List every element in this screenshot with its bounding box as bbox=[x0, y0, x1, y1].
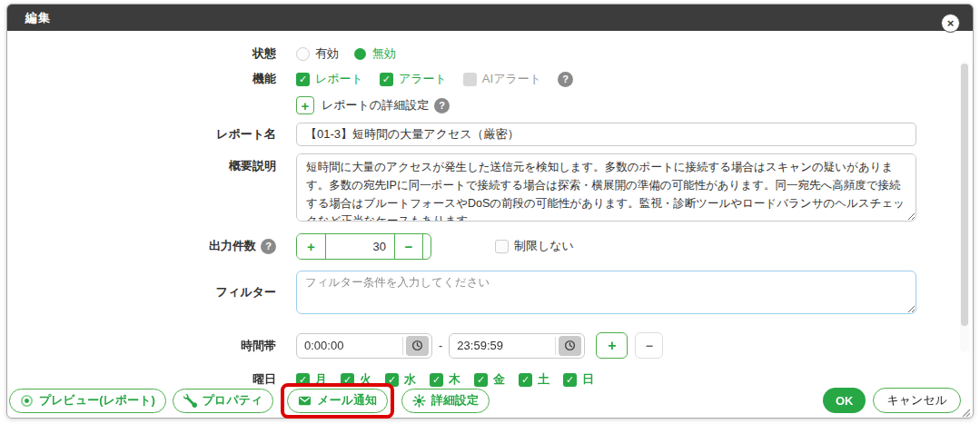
report-advanced-expand-button[interactable]: + bbox=[296, 96, 314, 114]
feature-report-checkbox[interactable]: レポート bbox=[296, 71, 363, 87]
time-end-field[interactable]: 23:59:59 bbox=[449, 333, 585, 359]
features-row: 機能 レポート アラート AIアラート ? bbox=[7, 70, 973, 88]
status-option-disabled-label: 無効 bbox=[372, 45, 396, 62]
checkbox-checked-icon[interactable] bbox=[380, 73, 393, 86]
dialog-footer: プレビュー(レポート) プロパティ メール通知 bbox=[7, 385, 973, 416]
time-start-value[interactable]: 0:00:00 bbox=[297, 339, 402, 352]
report-advanced-label: レポートの詳細設定 bbox=[322, 97, 429, 113]
features-label: 機能 bbox=[7, 71, 296, 87]
output-count-stepper: + − bbox=[296, 233, 431, 260]
edit-dialog: 編集 × 状態 有効 無効 機能 レポート bbox=[6, 4, 974, 419]
wrench-icon bbox=[183, 394, 197, 408]
no-limit-label: 制限しない bbox=[514, 238, 574, 254]
time-start-clock-button[interactable] bbox=[406, 336, 429, 356]
no-limit-checkbox[interactable]: 制限しない bbox=[495, 238, 574, 254]
dialog-header[interactable]: 編集 bbox=[7, 5, 973, 31]
gear-icon bbox=[412, 394, 426, 408]
summary-label: 概要説明 bbox=[7, 153, 296, 174]
time-end-clock-button[interactable] bbox=[559, 336, 581, 356]
feature-ai-alert-label: AIアラート bbox=[482, 71, 541, 87]
checkbox-checked-icon[interactable] bbox=[296, 73, 310, 86]
time-range-label: 時間帯 bbox=[7, 338, 296, 354]
properties-button[interactable]: プロパティ bbox=[173, 389, 274, 413]
checkbox-unchecked-icon[interactable] bbox=[495, 240, 509, 253]
output-count-help-icon[interactable]: ? bbox=[261, 239, 276, 254]
filter-label: フィルター bbox=[7, 284, 296, 301]
report-name-row: レポート名 bbox=[7, 123, 973, 146]
annotation-highlight-box: メール通知 bbox=[281, 383, 394, 419]
resize-handle-icon[interactable] bbox=[960, 405, 971, 416]
summary-row: 概要説明 短時間に大量のアクセスが発生した送信元を検知します。多数のポートに接続… bbox=[7, 153, 973, 222]
scrollbar-thumb[interactable] bbox=[961, 64, 968, 326]
dialog-body: 状態 有効 無効 機能 レポート bbox=[7, 31, 973, 389]
time-start-field[interactable]: 0:00:00 bbox=[296, 333, 432, 359]
decrement-button[interactable]: − bbox=[395, 234, 423, 259]
preview-target-icon bbox=[20, 394, 34, 408]
advanced-settings-button[interactable]: 詳細設定 bbox=[401, 389, 490, 413]
features-help-icon[interactable]: ? bbox=[558, 72, 573, 87]
feature-alert-label: アラート bbox=[399, 71, 447, 87]
output-count-label: 出力件数 bbox=[209, 238, 256, 254]
ok-button[interactable]: OK bbox=[823, 388, 866, 413]
add-time-range-button[interactable]: + bbox=[596, 332, 628, 359]
close-icon[interactable]: × bbox=[941, 14, 960, 33]
report-advanced-row: + レポートの詳細設定 ? bbox=[7, 95, 973, 115]
mail-icon bbox=[298, 394, 312, 408]
status-row: 状態 有効 無効 bbox=[7, 44, 973, 63]
summary-textarea[interactable]: 短時間に大量のアクセスが発生した送信元を検知します。多数のポートに接続する場合は… bbox=[296, 153, 916, 222]
status-option-enabled-label: 有効 bbox=[315, 45, 339, 62]
feature-report-label: レポート bbox=[315, 71, 363, 87]
clock-icon bbox=[564, 340, 576, 351]
status-radio-enabled[interactable]: 有効 bbox=[296, 45, 339, 62]
dialog-title: 編集 bbox=[25, 10, 51, 26]
output-count-row: 出力件数 ? + − 制限しない bbox=[7, 232, 973, 260]
report-advanced-help-icon[interactable]: ? bbox=[434, 98, 450, 113]
mail-notification-button[interactable]: メール通知 bbox=[287, 389, 388, 413]
increment-button[interactable]: + bbox=[297, 234, 325, 259]
report-name-input[interactable] bbox=[296, 123, 916, 146]
filter-row: フィルター bbox=[7, 271, 973, 314]
checkbox-disabled-icon bbox=[463, 73, 477, 86]
cancel-button[interactable]: キャンセル bbox=[873, 388, 961, 413]
remove-time-range-button[interactable]: − bbox=[635, 332, 663, 359]
output-count-input[interactable] bbox=[325, 234, 395, 259]
filter-textarea[interactable] bbox=[296, 271, 916, 314]
report-name-label: レポート名 bbox=[7, 126, 296, 143]
status-radio-disabled[interactable]: 無効 bbox=[353, 45, 396, 62]
radio-selected-icon[interactable] bbox=[354, 48, 366, 60]
time-range-row: 時間帯 0:00:00 - 23:59:59 bbox=[7, 332, 973, 359]
feature-alert-checkbox[interactable]: アラート bbox=[380, 71, 447, 87]
scrollbar[interactable] bbox=[960, 61, 969, 352]
status-label: 状態 bbox=[7, 45, 296, 62]
preview-report-button[interactable]: プレビュー(レポート) bbox=[9, 389, 166, 413]
time-end-value[interactable]: 23:59:59 bbox=[450, 339, 555, 352]
feature-ai-alert-checkbox: AIアラート bbox=[463, 71, 541, 87]
clock-icon bbox=[411, 340, 423, 351]
time-range-separator: - bbox=[439, 339, 442, 352]
radio-unselected-icon[interactable] bbox=[296, 47, 310, 61]
